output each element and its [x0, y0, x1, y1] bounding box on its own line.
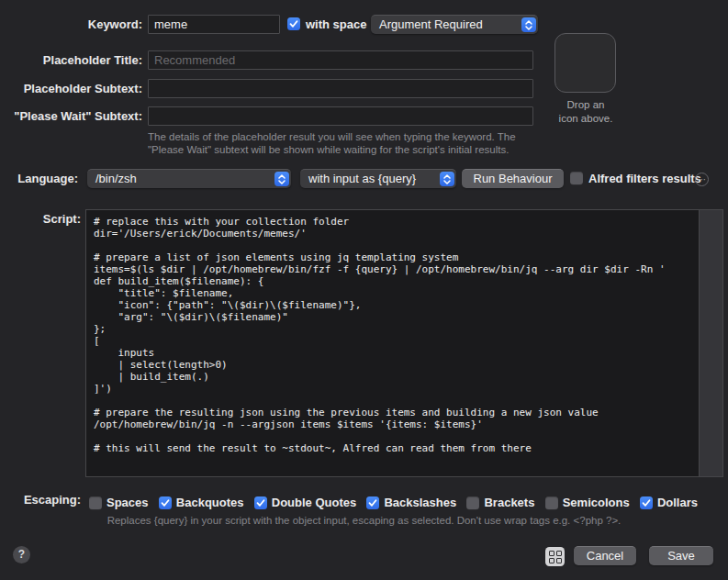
dollars-checkbox[interactable] [640, 496, 653, 509]
language-select[interactable]: /bin/zsh [87, 169, 291, 188]
grid-icon [549, 551, 562, 563]
keyword-label: Keyword: [0, 15, 142, 34]
escaping-option-backquotes: Backquotes [159, 496, 244, 510]
grid-view-button[interactable] [545, 547, 565, 566]
escaping-option-dollars: Dollars [640, 496, 698, 510]
dollars-label: Dollars [657, 496, 698, 510]
run-options-ellipsis-icon[interactable]: ⋯ [695, 173, 709, 186]
popup-chevrons-icon [440, 172, 454, 186]
popup-chevrons-icon [521, 17, 536, 32]
placeholder-subtext-label: Placeholder Subtext: [0, 79, 142, 98]
icon-dropwell[interactable] [554, 33, 616, 93]
escaping-option-brackets: Brackets [466, 496, 534, 510]
input-mode-select[interactable]: with input as {query} [300, 169, 456, 188]
backslashes-checkbox[interactable] [366, 496, 379, 509]
question-icon: ? [18, 548, 25, 561]
popup-chevrons-icon [274, 172, 289, 186]
checkmark-icon [256, 498, 265, 508]
cancel-button[interactable]: Cancel [574, 546, 636, 565]
checkmark-icon [161, 498, 170, 508]
argument-required-value: Argument Required [379, 17, 483, 31]
script-label: Script: [0, 209, 81, 229]
checkmark-icon [642, 498, 651, 508]
help-button[interactable]: ? [13, 546, 30, 563]
placeholder-subtext-input[interactable] [148, 79, 533, 98]
alfred-filters-checkbox[interactable] [570, 172, 583, 184]
run-behaviour-button[interactable]: Run Behaviour [462, 169, 564, 188]
double-quotes-label: Double Quotes [272, 496, 356, 510]
escaping-option-backslashes: Backslashes [366, 496, 456, 510]
checkmark-icon [368, 498, 377, 508]
placeholder-title-label: Placeholder Title: [0, 50, 142, 70]
brackets-label: Brackets [484, 496, 534, 510]
escaping-option-double-quotes: Double Quotes [254, 496, 356, 510]
input-mode-value: with input as {query} [308, 172, 416, 185]
alfred-filters-label: Alfred filters results [588, 169, 701, 188]
semicolons-checkbox[interactable] [545, 496, 558, 509]
please-wait-subtext-label: "Please Wait" Subtext: [0, 106, 142, 126]
with-space-label: with space [306, 15, 366, 34]
escaping-option-spaces: Spaces [89, 496, 149, 510]
argument-required-select[interactable]: Argument Required [371, 15, 538, 34]
language-value: /bin/zsh [95, 172, 137, 185]
with-space-checkbox[interactable] [287, 17, 300, 30]
script-scrollbar[interactable] [699, 210, 722, 476]
placeholder-title-input[interactable] [148, 50, 533, 70]
language-label: Language: [0, 169, 78, 188]
keyword-input[interactable] [148, 15, 280, 34]
spaces-label: Spaces [106, 496, 149, 510]
save-button[interactable]: Save [649, 546, 713, 565]
checkmark-icon [289, 19, 298, 28]
placeholder-hint: The details of the placeholder result yo… [148, 131, 546, 156]
script-editor[interactable]: # replace this with your collection fold… [85, 209, 723, 477]
escaping-options: Spaces Backquotes Double Quotes Backslas… [89, 496, 698, 510]
please-wait-subtext-input[interactable] [148, 106, 533, 126]
backquotes-label: Backquotes [176, 496, 244, 510]
semicolons-label: Semicolons [563, 496, 630, 510]
escaping-option-semicolons: Semicolons [545, 496, 630, 510]
script-filter-config-sheet: Keyword: with space Argument Required Pl… [0, 0, 728, 580]
escaping-note: Replaces {query} in your script with the… [0, 515, 728, 526]
spaces-checkbox[interactable] [89, 496, 102, 509]
backslashes-label: Backslashes [384, 496, 456, 510]
icon-dropwell-caption: Drop an icon above. [543, 98, 628, 125]
script-code[interactable]: # replace this with your collection fold… [86, 210, 699, 476]
double-quotes-checkbox[interactable] [254, 496, 267, 509]
escaping-label: Escaping: [0, 493, 81, 508]
backquotes-checkbox[interactable] [159, 496, 172, 509]
brackets-checkbox[interactable] [466, 496, 479, 509]
